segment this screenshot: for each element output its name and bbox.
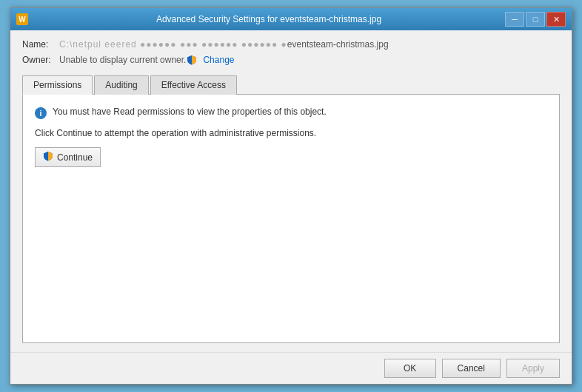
name-blurred-value: C:\netpul eeered ●●●●●● ●●● ●●●●●● ●●●●●… [59, 39, 287, 50]
ok-button[interactable]: OK [384, 359, 436, 378]
app-icon: W [16, 13, 28, 25]
info-icon: i [35, 107, 47, 119]
name-row: Name: C:\netpul eeered ●●●●●● ●●● ●●●●●●… [22, 39, 560, 50]
owner-value: Unable to display current owner. [59, 55, 186, 65]
footer: OK Cancel Apply [10, 352, 572, 384]
continue-shield-icon [43, 151, 53, 163]
tab-auditing[interactable]: Auditing [94, 75, 148, 95]
tab-permissions[interactable]: Permissions [22, 75, 93, 95]
window-title: Advanced Security Settings for eventstea… [33, 14, 505, 24]
continue-button[interactable]: Continue [35, 147, 101, 167]
change-owner-link[interactable]: Change [203, 55, 234, 65]
owner-row: Owner: Unable to display current owner. … [22, 54, 560, 66]
continue-btn-label: Continue [57, 152, 93, 163]
tab-effective-access[interactable]: Effective Access [150, 75, 237, 95]
main-window: W Advanced Security Settings for eventst… [10, 7, 572, 385]
uac-shield-icon [186, 54, 198, 66]
info-message-row: i You must have Read permissions to view… [35, 107, 547, 119]
window-controls: ─ □ ✕ [505, 12, 566, 27]
tabs-container: Permissions Auditing Effective Access [22, 75, 560, 95]
apply-button[interactable]: Apply [506, 359, 560, 378]
continue-instruction-text: Click Continue to attempt the operation … [35, 128, 547, 138]
minimize-button[interactable]: ─ [505, 12, 524, 27]
main-content: Name: C:\netpul eeered ●●●●●● ●●● ●●●●●●… [10, 30, 572, 352]
info-message-text: You must have Read permissions to view t… [53, 107, 327, 117]
name-visible-value: eventsteam-christmas.jpg [287, 39, 389, 50]
name-label: Name: [22, 39, 59, 50]
owner-label: Owner: [22, 55, 59, 65]
titlebar: W Advanced Security Settings for eventst… [10, 8, 572, 30]
close-button[interactable]: ✕ [546, 12, 566, 27]
cancel-button[interactable]: Cancel [442, 359, 501, 378]
tab-content-area: i You must have Read permissions to view… [22, 95, 560, 343]
maximize-button[interactable]: □ [526, 12, 545, 27]
